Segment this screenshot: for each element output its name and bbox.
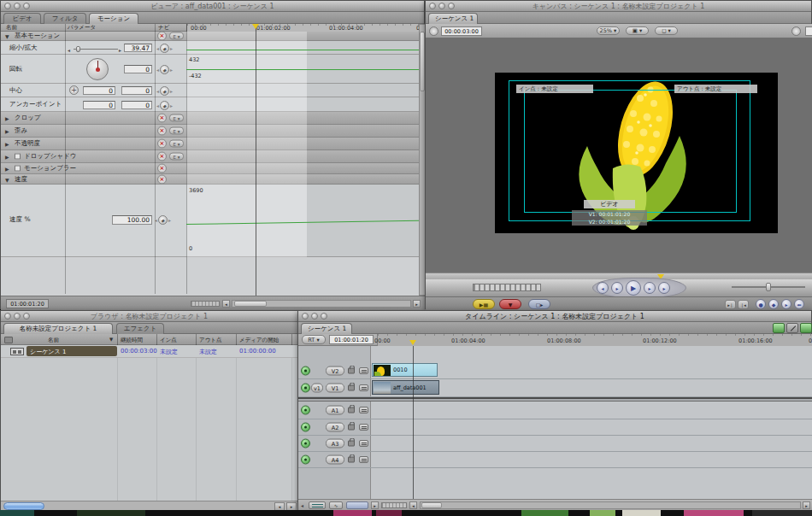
scale-value-field[interactable]: 39.47 xyxy=(124,44,152,52)
reset-button[interactable]: × xyxy=(157,32,167,41)
scale-keyframe-nav[interactable]: ◂◆▸ xyxy=(156,44,173,53)
col-header-mediastart[interactable]: メディアの開始 xyxy=(239,337,279,344)
timeline-hscrollbar[interactable] xyxy=(420,501,801,509)
add-keyframe-button[interactable]: ◆ xyxy=(768,299,779,309)
rotation-dial[interactable] xyxy=(86,58,109,80)
snapping-toggle[interactable] xyxy=(786,323,798,333)
track-lock-icon[interactable] xyxy=(348,425,355,431)
track-autoselect-toggle[interactable] xyxy=(359,424,368,431)
effect-menu-button[interactable]: E ▾ xyxy=(169,127,184,135)
reset-button[interactable]: × xyxy=(157,174,167,184)
add-keyframe-button[interactable]: ◆ xyxy=(160,65,169,74)
effect-menu-button[interactable]: E ▾ xyxy=(169,32,184,40)
timeline-timecode-field[interactable]: 01:00:01:20 xyxy=(329,335,374,344)
image-wireframe-dropdown[interactable]: ◻ ▾ xyxy=(655,26,678,35)
viewer-titlebar[interactable]: ビューア : aff_data001 : シーケンス 1 xyxy=(1,1,424,12)
wireframe-inner[interactable] xyxy=(524,90,737,213)
track-visibility-button[interactable] xyxy=(301,366,310,375)
zoom-button[interactable] xyxy=(23,313,30,320)
anchor-keyframe-nav[interactable]: ◂◆▸ xyxy=(156,101,173,110)
close-button[interactable] xyxy=(4,313,11,320)
col-header-duration[interactable]: 継続時間 xyxy=(121,337,143,344)
marker-button[interactable]: ▼ xyxy=(499,299,521,309)
disclosure-triangle-icon[interactable]: ▼ xyxy=(5,176,9,182)
track-height-control[interactable] xyxy=(309,501,326,509)
view-options-dropdown[interactable]: ▣ ▾ xyxy=(626,26,649,35)
track-dest-button[interactable]: A2 xyxy=(326,423,344,432)
next-edit-button[interactable]: ▸ xyxy=(658,282,670,294)
anchor-x-field[interactable]: 0 xyxy=(83,101,115,109)
canvas-titlebar[interactable]: キャンバス : シーケンス 1 : 名称未設定プロジェクト 1 xyxy=(426,1,811,12)
center-keyframe-nav[interactable]: ◂◆▸ xyxy=(156,86,173,96)
dropshadow-checkbox[interactable] xyxy=(15,154,21,160)
disclosure-triangle-icon[interactable]: ▶ xyxy=(5,141,9,147)
viewer-timecode-field[interactable]: 01:00:01:20 xyxy=(6,299,49,308)
linking-toggle[interactable] xyxy=(800,323,812,333)
slider-right-arrow[interactable]: ▸ xyxy=(119,47,121,53)
sequence-name[interactable]: シーケンス 1 xyxy=(30,348,66,356)
track-lock-icon[interactable] xyxy=(348,457,355,463)
add-keyframe-button[interactable]: ◆ xyxy=(158,215,168,225)
track-audible-button[interactable] xyxy=(301,455,310,465)
minimize-button[interactable] xyxy=(14,313,21,320)
col-header-name[interactable]: 名前 xyxy=(48,337,59,344)
effect-menu-button[interactable]: E ▾ xyxy=(169,114,184,122)
track-autoselect-toggle[interactable] xyxy=(359,440,368,447)
viewer-zoom-slider[interactable] xyxy=(191,301,220,307)
scrollbar-thumb[interactable] xyxy=(3,502,44,510)
track-lock-icon[interactable] xyxy=(348,367,355,373)
match-frame-button[interactable]: ▶▦ xyxy=(473,299,495,309)
timeline-playhead-marker[interactable] xyxy=(409,340,416,345)
jog-control[interactable] xyxy=(473,284,541,291)
close-button[interactable] xyxy=(429,3,436,9)
track-autoselect-toggle[interactable] xyxy=(359,456,368,463)
close-button[interactable] xyxy=(4,3,11,9)
tab-video[interactable]: ビデオ xyxy=(3,13,41,24)
track-audible-button[interactable] xyxy=(301,439,310,449)
track-dest-button[interactable]: V1 xyxy=(326,384,344,393)
zoom-slider[interactable] xyxy=(381,502,407,508)
track-lock-icon[interactable] xyxy=(348,441,355,447)
zoom-button[interactable] xyxy=(448,3,455,9)
speed-value-field[interactable]: 100.00 xyxy=(112,215,152,225)
track-lock-icon[interactable] xyxy=(348,385,355,391)
scale-slider-handle[interactable] xyxy=(76,46,80,52)
mark-clip-button[interactable]: ● xyxy=(756,299,766,309)
disclosure-triangle-icon[interactable]: ▶ xyxy=(5,115,9,121)
rotation-value-field[interactable]: 0 xyxy=(124,65,152,73)
disclosure-triangle-icon[interactable]: ▶ xyxy=(5,154,9,160)
add-keyframe-button[interactable]: ◆ xyxy=(160,101,169,110)
slider-left-arrow[interactable]: ◂ xyxy=(68,47,70,53)
reset-button[interactable]: × xyxy=(157,114,167,123)
track-dest-button[interactable]: A1 xyxy=(326,406,344,415)
clip-v1-selected[interactable]: aff_data001 xyxy=(372,380,439,395)
timeline-ruler[interactable]: 00:00 01:00:04:00 01:00:08:00 01:00:12:0… xyxy=(377,334,812,346)
scale-keyframe-line[interactable] xyxy=(186,50,419,50)
play-button[interactable]: ▶ xyxy=(626,280,641,296)
mark-in-button[interactable]: ▸❘ xyxy=(725,300,736,309)
viewer-hscrollbar[interactable] xyxy=(232,300,411,308)
reset-button[interactable]: × xyxy=(157,164,167,173)
shuttle-handle[interactable] xyxy=(766,283,771,291)
add-keyframe-button[interactable]: ◆ xyxy=(160,44,169,53)
insert-edit-button[interactable]: ⬅ xyxy=(794,299,804,309)
scroll-left-button[interactable]: ◂ xyxy=(222,300,230,308)
tab-sequence1[interactable]: シーケンス 1 xyxy=(301,323,352,334)
scroll-right-button[interactable]: ▸ xyxy=(413,300,421,308)
minimize-button[interactable] xyxy=(438,3,445,9)
minimize-button[interactable] xyxy=(14,3,21,9)
viewer-playhead-marker[interactable] xyxy=(252,24,259,29)
rotation-keyframe-line[interactable] xyxy=(186,69,419,70)
effect-menu-button[interactable]: E ▾ xyxy=(169,153,184,161)
scroll-left-button[interactable]: ◂ xyxy=(409,501,417,509)
browser-row-sequence1[interactable]: シーケンス 1 00:00:03:00 未設定 未設定 01:00:00:00 xyxy=(1,345,299,358)
mark-out-button[interactable]: ❘◂ xyxy=(738,300,749,309)
minimize-button[interactable] xyxy=(311,313,318,320)
track-autoselect-toggle[interactable] xyxy=(359,407,368,413)
anchor-y-field[interactable]: 0 xyxy=(121,101,152,109)
reset-button[interactable]: × xyxy=(157,126,167,136)
audio-meter-icon[interactable]: ◂ xyxy=(301,502,303,508)
tab-motion[interactable]: モーション xyxy=(89,13,138,24)
tab-filter[interactable]: フィルタ xyxy=(44,13,86,24)
canvas-timecode-field[interactable]: 00:00:03:00 xyxy=(441,26,482,36)
